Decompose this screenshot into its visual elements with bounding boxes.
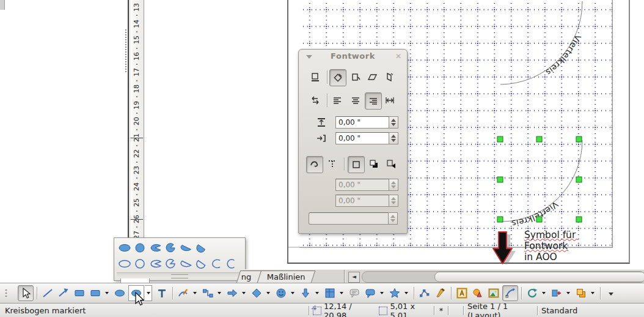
callout-shapes-tool[interactable] [363, 286, 378, 300]
selection-handle[interactable] [497, 217, 503, 222]
ellipse-tool[interactable] [112, 286, 127, 300]
alignment-tool[interactable] [549, 286, 564, 300]
fontwork-autosize-button[interactable] [382, 92, 398, 108]
line-tool[interactable] [40, 286, 55, 300]
fontwork-contour-button[interactable] [306, 156, 323, 173]
fontwork-off-button[interactable] [307, 69, 323, 85]
ellipse-segment-outline-tool[interactable] [178, 258, 193, 270]
ruler-tick [136, 80, 137, 81]
alignment-tool-dropdown[interactable] [565, 286, 571, 300]
fontwork-slant-horizontal-button[interactable] [365, 69, 381, 85]
shadow-y-spinner[interactable] [389, 195, 398, 207]
shadow-color-spinner[interactable] [389, 212, 398, 225]
fontwork-gallery-button[interactable] [455, 286, 469, 300]
fontwork-vertical-shadow-button[interactable] [366, 156, 382, 172]
align-left-icon [332, 95, 343, 106]
ellipse-segment-tool[interactable] [178, 242, 193, 254]
selection-handle[interactable] [497, 136, 503, 142]
selection-handle[interactable] [536, 136, 542, 142]
fontwork-orientation-button[interactable] [307, 92, 323, 108]
shadow-y-field[interactable] [335, 195, 389, 207]
selection-handle[interactable] [536, 217, 542, 222]
curve-tool-dropdown[interactable] [191, 286, 198, 300]
basic-shapes-tool[interactable] [249, 286, 264, 300]
basic-shapes-tool-dropdown[interactable] [265, 286, 271, 300]
flowchart-tool-dropdown[interactable] [338, 286, 345, 300]
flowchart-tool[interactable] [323, 286, 337, 300]
fontwork-no-shadow-button[interactable] [348, 156, 365, 173]
selection-handle[interactable] [576, 177, 582, 182]
ellipse-arc-tool[interactable] [208, 258, 224, 270]
flyout-drag-handle[interactable] [117, 272, 243, 278]
edit-points-tool[interactable] [417, 286, 432, 300]
rectangle-tool[interactable] [72, 286, 87, 300]
rotate-tool[interactable] [525, 286, 540, 300]
block-arrow-tool[interactable] [225, 286, 240, 300]
selection-handle[interactable] [576, 136, 582, 142]
circle-pie-tool[interactable] [163, 242, 178, 254]
star-shapes-tool-dropdown[interactable] [403, 286, 409, 300]
connector-tool-dropdown[interactable] [216, 286, 222, 300]
circle-arc-tool[interactable] [224, 258, 239, 270]
shadow-x-spinner[interactable] [389, 179, 398, 191]
toolbar-more-button[interactable] [604, 286, 618, 300]
tab-scroll-left-button[interactable]: ◄ [348, 272, 360, 283]
circle-pie-outline-tool[interactable] [163, 258, 178, 270]
star-shapes-tool[interactable] [387, 286, 402, 300]
shadow-color-field[interactable] [309, 212, 389, 225]
fontwork-align-right-button[interactable] [365, 92, 382, 110]
selection-handle[interactable] [497, 177, 503, 182]
gallery-button[interactable] [470, 286, 485, 300]
annotation-text[interactable]: Symbol für Fontwork in AOO [524, 229, 576, 263]
ellipse-pie-outline-tool[interactable] [147, 258, 163, 270]
select-tool[interactable] [18, 285, 34, 301]
fontwork-align-center-button[interactable] [348, 92, 364, 108]
rotate-tool-dropdown[interactable] [540, 286, 547, 300]
fontwork-text-contour-button[interactable] [324, 156, 340, 172]
callout-shapes-tool-dropdown[interactable] [378, 286, 385, 300]
rectangle-shapes-tool-dropdown[interactable] [103, 286, 110, 300]
arrange-tool[interactable] [574, 286, 588, 300]
ruler-number: 25 [132, 196, 142, 209]
fontwork-rotate-button[interactable] [329, 69, 346, 86]
fontwork-indent-field[interactable] [335, 132, 389, 144]
fontwork-upright-button[interactable] [348, 69, 364, 85]
horizontal-scrollbar-thumb[interactable] [434, 272, 644, 282]
symbol-shapes-tool-dropdown[interactable] [289, 286, 296, 300]
chevron-down-icon [291, 292, 295, 294]
fontwork-slant-vertical-button[interactable] [382, 69, 398, 85]
arrow-shapes-tool[interactable] [298, 286, 313, 300]
arrange-tool-dropdown[interactable] [589, 286, 596, 300]
distance-spinner[interactable] [389, 116, 398, 129]
fontwork-text-top[interactable]: Viertelkreis [544, 33, 583, 77]
glue-points-tool[interactable] [433, 286, 448, 300]
fontwork-text-selected[interactable]: Viertelkreis [511, 200, 560, 229]
selection-handle[interactable] [576, 217, 582, 222]
ellipse-tool[interactable] [117, 242, 132, 254]
indent-spinner[interactable] [389, 132, 398, 144]
text-tool[interactable] [155, 286, 169, 300]
symbol-shapes-tool[interactable] [274, 286, 288, 300]
rectangle-shapes-tool[interactable] [88, 286, 103, 300]
fontwork-slant-shadow-button[interactable] [383, 156, 399, 172]
circle-outline-tool[interactable] [132, 258, 147, 270]
ellipse-pie-tool[interactable] [147, 242, 163, 254]
circle-tool[interactable] [132, 242, 147, 254]
insert-picture-button[interactable] [486, 286, 501, 300]
callout-tool[interactable] [347, 286, 362, 300]
ellipse-outline-tool[interactable] [117, 258, 132, 270]
fontwork-align-left-button[interactable] [329, 92, 345, 108]
close-icon[interactable]: ✕ [395, 52, 401, 61]
shadow-x-field[interactable] [335, 179, 389, 191]
fontwork-distance-field[interactable] [335, 116, 389, 129]
arc-effect-button[interactable] [502, 285, 518, 301]
circle-segment-outline-tool[interactable] [193, 258, 208, 270]
curve-tool[interactable] [176, 286, 191, 300]
connector-tool[interactable] [200, 286, 215, 300]
block-arrow-tool-dropdown[interactable] [240, 286, 247, 300]
horizontal-scrollbar[interactable] [362, 271, 644, 283]
circle-segment-tool[interactable] [193, 242, 208, 254]
arrow-shapes-tool-dropdown[interactable] [313, 286, 320, 300]
layer-tab-masslinien[interactable]: Maßlinien [257, 270, 315, 283]
line-arrow-tool[interactable] [56, 286, 71, 300]
